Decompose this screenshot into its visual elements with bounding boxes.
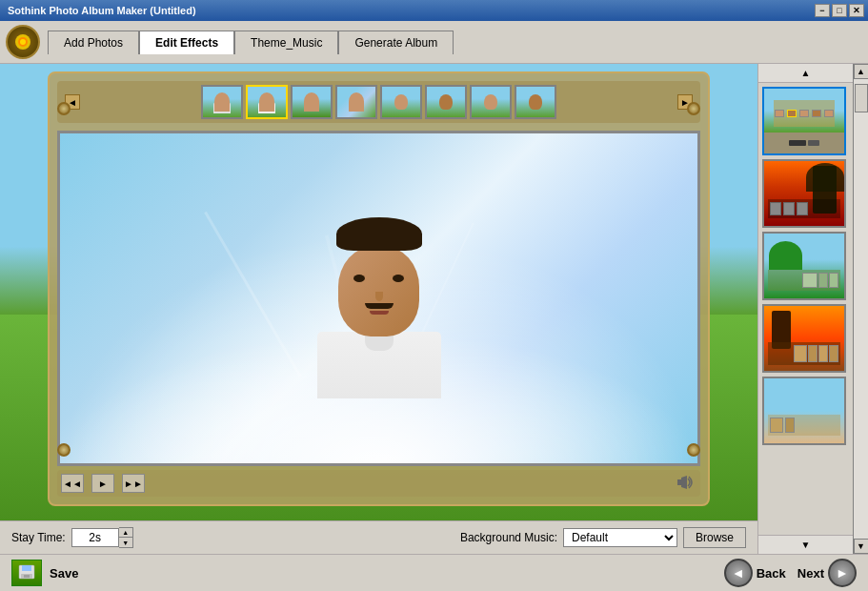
themes-panel: ▲ (757, 64, 853, 554)
thumbnail-4[interactable] (335, 85, 377, 119)
rewind-button[interactable]: ◄◄ (61, 474, 84, 493)
thumbnail-2[interactable] (246, 85, 288, 119)
header-area: Add Photos Edit Effects Theme_Music Gene… (0, 21, 868, 64)
album-frame: ◄ (48, 71, 710, 506)
spinner-up-button[interactable]: ▲ (119, 528, 132, 538)
fast-forward-button[interactable]: ►► (122, 474, 145, 493)
music-select[interactable]: Default None Custom... (563, 528, 677, 547)
thumbnail-6[interactable] (425, 85, 467, 119)
thumbnail-1[interactable] (201, 85, 243, 119)
save-label[interactable]: Save (50, 566, 78, 581)
bottom-controls: Stay Time: ▲ ▼ Background Music: Default… (0, 520, 757, 554)
main-photo-frame (57, 131, 700, 466)
background-music-label: Background Music: (460, 531, 557, 544)
play-button[interactable]: ► (91, 474, 114, 493)
scroll-up-arrow[interactable]: ▲ (854, 64, 869, 79)
thumbnail-3[interactable] (291, 85, 333, 119)
svg-point-2 (20, 39, 26, 45)
binder-ring-bottom-right (687, 443, 700, 457)
playback-controls: ◄◄ ► ►► (57, 470, 700, 497)
next-circle: ► (828, 559, 857, 587)
tabs-area: Add Photos Edit Effects Theme_Music Gene… (48, 31, 454, 54)
theme-miniature-3 (764, 234, 844, 298)
theme-item-3[interactable] (762, 232, 846, 300)
next-button[interactable]: Next ► (797, 559, 857, 587)
scroll-thumb[interactable] (855, 84, 868, 112)
scroll-down-arrow[interactable]: ▼ (854, 539, 869, 554)
stay-time-label: Stay Time: (11, 531, 66, 544)
thumbnail-strip: ◄ (57, 81, 700, 123)
browse-button[interactable]: Browse (683, 527, 746, 548)
window-controls: − □ ✕ (815, 4, 864, 17)
theme-item-4[interactable] (762, 304, 846, 373)
binder-ring-top-left (57, 102, 71, 115)
theme-item-2[interactable] (762, 159, 846, 228)
main-photo-display (60, 133, 697, 463)
svg-rect-6 (22, 565, 31, 571)
theme-miniature-2 (764, 161, 844, 226)
theme-miniature-5 (764, 378, 844, 443)
back-label: Back (757, 566, 786, 581)
stay-time-group: Stay Time: ▲ ▼ (11, 527, 133, 548)
background-music-group: Background Music: Default None Custom...… (460, 527, 746, 548)
stay-time-spinner: ▲ ▼ (71, 527, 133, 548)
theme-item-1[interactable] (762, 87, 846, 155)
scroll-track[interactable] (854, 79, 869, 539)
binder-ring-top-right (687, 102, 700, 115)
volume-icon (677, 476, 696, 492)
binder-ring-bottom-left (57, 443, 71, 457)
svg-marker-4 (681, 476, 687, 489)
back-circle: ◄ (724, 559, 753, 587)
themes-scroll-up[interactable]: ▲ (758, 64, 853, 83)
content-area: ◄ (0, 64, 868, 554)
theme-miniature-1 (764, 89, 844, 153)
close-button[interactable]: ✕ (849, 4, 864, 17)
thumbnail-8[interactable] (515, 85, 556, 119)
save-group: Save (11, 560, 78, 586)
tab-edit-effects[interactable]: Edit Effects (139, 31, 234, 54)
themes-list (758, 83, 853, 535)
themes-scroll-down[interactable]: ▼ (758, 535, 853, 554)
next-label: Next (797, 566, 824, 581)
window-title: Sothink Photo Album Maker (Untitled) (8, 5, 196, 16)
stay-time-input[interactable] (71, 528, 119, 547)
footer: Save ◄ Back Next ► (0, 554, 868, 591)
minimize-button[interactable]: − (815, 4, 830, 17)
editing-panel: ◄ (0, 64, 757, 554)
right-panel: ▲ (757, 64, 868, 554)
thumbnails (84, 85, 674, 119)
theme-miniature-4 (764, 306, 844, 371)
spinner-down-button[interactable]: ▼ (119, 538, 132, 547)
app-logo (6, 25, 40, 59)
main-container: Add Photos Edit Effects Theme_Music Gene… (0, 21, 868, 591)
nav-buttons: ◄ Back Next ► (724, 559, 857, 587)
save-icon[interactable] (11, 560, 42, 586)
thumbnail-5[interactable] (380, 85, 422, 119)
back-button[interactable]: ◄ Back (724, 559, 786, 587)
title-bar: Sothink Photo Album Maker (Untitled) − □… (0, 0, 868, 21)
scrollbar: ▲ ▼ (853, 64, 868, 554)
svg-rect-3 (677, 479, 681, 485)
thumbnail-7[interactable] (470, 85, 512, 119)
spinner-buttons: ▲ ▼ (119, 527, 133, 548)
preview-area: ◄ (0, 64, 757, 520)
tab-generate-album[interactable]: Generate Album (338, 31, 454, 54)
maximize-button[interactable]: □ (832, 4, 847, 17)
svg-rect-8 (24, 575, 30, 578)
theme-item-5[interactable] (762, 377, 846, 445)
tab-add-photos[interactable]: Add Photos (48, 31, 139, 54)
tab-theme-music[interactable]: Theme_Music (234, 31, 338, 54)
